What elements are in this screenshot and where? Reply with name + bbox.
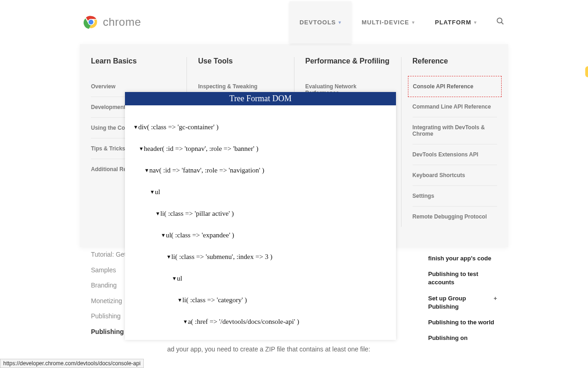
mega-column-heading: Use Tools <box>198 57 283 65</box>
topnav-label: DEVTOOLS <box>300 19 336 26</box>
mega-link[interactable]: Integrating with DevTools & Chrome <box>413 117 497 144</box>
right-toc: finish your app's codePublishing to test… <box>428 247 497 342</box>
tree-popup: Tree Format DOM ▼div( :class => 'gc-cont… <box>125 92 396 340</box>
brand[interactable]: chrome <box>84 15 141 29</box>
disclosure-triangle-icon: ▼ <box>161 232 166 238</box>
toc-item[interactable]: Publishing to the world <box>428 318 497 327</box>
chevron-down-icon: ▾ <box>412 20 415 25</box>
mega-link[interactable]: Remote Debugging Protocol <box>413 207 497 227</box>
chevron-down-icon: ▾ <box>339 20 341 25</box>
disclosure-triangle-icon: ▼ <box>166 254 171 259</box>
disclosure-triangle-icon: ▼ <box>144 167 149 173</box>
mega-column-heading: Reference <box>413 57 497 65</box>
disclosure-triangle-icon: ▼ <box>150 189 155 195</box>
mega-link[interactable]: Command Line API Reference <box>413 97 497 117</box>
tree-row[interactable]: ▼ul <box>133 181 388 203</box>
toc-label: Publishing to test accounts <box>428 270 497 287</box>
toc-label: Publishing on <box>428 334 468 342</box>
disclosure-triangle-icon: ▼ <box>172 276 177 281</box>
mega-link[interactable]: Keyboard Shortcuts <box>413 165 497 186</box>
toc-item[interactable]: Publishing to test accounts <box>428 270 497 287</box>
disclosure-triangle-icon: ▼ <box>133 124 138 130</box>
expand-icon: + <box>493 294 497 311</box>
page-paragraph: ad your app, you need to create a ZIP fi… <box>167 345 421 353</box>
tree-row[interactable]: ▼li( :class => 'submenu', :index => 3 ) <box>133 246 388 268</box>
topnav-label: MULTI-DEVICE <box>362 19 409 26</box>
chevron-down-icon: ▾ <box>474 20 477 25</box>
tree-popup-title: Tree Format DOM <box>125 92 396 105</box>
tree-row[interactable]: ▼ul( :class => 'expandee' ) <box>133 224 388 246</box>
edge-accent <box>585 66 588 77</box>
mega-column: ReferenceConsole API ReferenceCommand Li… <box>401 57 508 227</box>
chrome-logo-icon <box>84 15 98 29</box>
mega-link[interactable]: Console API Reference <box>408 76 502 97</box>
topnav-item-devtools[interactable]: DEVTOOLS ▾ <box>289 1 351 43</box>
tree-row[interactable]: ▼a( :href => '/devtools/docs/console-api… <box>133 311 388 333</box>
tree-row[interactable]: ▼ul <box>133 268 388 289</box>
topnav-label: PLATFORM <box>435 19 471 26</box>
search-icon[interactable] <box>496 17 504 27</box>
disclosure-triangle-icon: ▼ <box>183 319 188 324</box>
top-nav: DEVTOOLS ▾ MULTI-DEVICE ▾ PLATFORM ▾ <box>289 1 504 43</box>
mega-column-heading: Performance & Profiling <box>305 57 390 65</box>
svg-line-4 <box>501 22 503 24</box>
tree-row[interactable]: ▼li( :class => 'pillar active' ) <box>133 203 388 224</box>
toc-label: finish your app's code <box>428 254 491 263</box>
tree-row[interactable]: ▼header( :id => 'topnav', :role => 'bann… <box>133 138 388 160</box>
toc-item[interactable]: Publishing on <box>428 334 497 342</box>
svg-point-3 <box>497 18 502 23</box>
toc-label: Publishing to the world <box>428 318 494 327</box>
tree-row[interactable]: ▼li( :class => 'category' ) <box>133 289 388 311</box>
topnav-item-multidevice[interactable]: MULTI-DEVICE ▾ <box>351 1 424 43</box>
toc-item[interactable]: finish your app's code <box>428 254 497 263</box>
disclosure-triangle-icon: ▼ <box>177 297 182 303</box>
tree-row[interactable]: ▼div( :class => 'gc-container' ) <box>133 116 388 138</box>
mega-column-heading: Learn Basics <box>91 57 175 65</box>
tree-row[interactable]: ▼nav( :id => 'fatnav', :role => 'navigat… <box>133 160 388 181</box>
mega-link[interactable]: DevTools Extensions API <box>413 144 497 165</box>
mega-link[interactable]: Settings <box>413 186 497 207</box>
disclosure-triangle-icon: ▼ <box>139 146 144 151</box>
toc-item[interactable]: Set up Group Publishing+ <box>428 294 497 311</box>
brand-label: chrome <box>103 16 141 29</box>
top-bar: chrome DEVTOOLS ▾ MULTI-DEVICE ▾ PLATFOR… <box>80 0 508 44</box>
toc-label: Set up Group Publishing <box>428 294 491 311</box>
topnav-item-platform[interactable]: PLATFORM ▾ <box>425 1 487 43</box>
disclosure-triangle-icon: ▼ <box>155 211 160 216</box>
tree-popup-body: ▼div( :class => 'gc-container' )▼header(… <box>125 105 396 340</box>
